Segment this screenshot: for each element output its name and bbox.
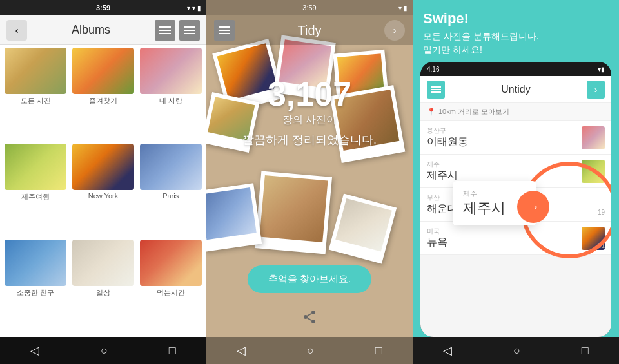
menu-line: [184, 33, 195, 34]
tidy-subtitle: 장의 사진이: [219, 113, 400, 127]
tidy-menu-button[interactable]: [214, 20, 235, 41]
status-bar-1: 3:59 ▾ ▾ ▮: [0, 0, 206, 15]
phone-filter-bar[interactable]: 📍 10km 거리로 모아보기: [420, 103, 611, 121]
album-label: 먹는시간: [157, 288, 185, 298]
album-thumbnail: [5, 144, 66, 190]
svg-point-2: [311, 320, 315, 323]
list-thumb-img: [582, 126, 605, 149]
status-icons-2: ▾ ▮: [398, 5, 408, 12]
photo-thumb: [206, 187, 257, 240]
recents-nav-icon-3[interactable]: □: [582, 344, 589, 358]
home-nav-icon-2[interactable]: ○: [307, 344, 314, 358]
wifi-icon-2: ▾: [398, 5, 402, 12]
album-item[interactable]: 일상: [70, 240, 137, 334]
albums-grid: 모든 사진 즐겨찾기 내 사랑 제주여행 New York: [0, 45, 206, 337]
wifi-icon: ▾: [187, 5, 190, 12]
share-icon[interactable]: [302, 309, 317, 329]
recents-nav-icon-2[interactable]: □: [375, 344, 382, 358]
album-item[interactable]: Paris: [137, 144, 204, 238]
menu-line: [159, 26, 171, 28]
album-thumb-image: [5, 144, 66, 190]
album-item[interactable]: 먹는시간: [137, 240, 204, 334]
arrow-right-icon: →: [526, 198, 540, 215]
panel-tidy: 3:59 ▾ ▮ Tidy ›: [206, 0, 413, 364]
swipe-arrow-button[interactable]: →: [517, 191, 549, 223]
header-icons: [155, 20, 200, 41]
album-item[interactable]: 즐겨찾기: [70, 48, 137, 142]
menu-button-1[interactable]: [155, 20, 175, 41]
tidy-header: Tidy ›: [206, 15, 413, 45]
menu-line: [431, 86, 441, 88]
tidy-content: 3,107 장의 사진이 깔끔하게 정리되었습니다.: [206, 77, 413, 148]
phone-status-bar: 4:16 ▾▮: [420, 62, 611, 76]
tidy-next-button[interactable]: ›: [384, 20, 405, 41]
home-nav-icon[interactable]: ○: [101, 344, 108, 358]
status-bar-2: 3:59 ▾ ▮: [206, 0, 413, 15]
menu-line: [431, 91, 441, 93]
menu-line: [219, 30, 230, 31]
phone-time: 4:16: [427, 66, 439, 73]
list-region: 용산구: [427, 126, 605, 135]
android-nav-3: ◁ ○ □: [413, 337, 619, 364]
android-nav-2: ◁ ○ □: [206, 337, 413, 364]
album-thumb-image: [140, 240, 202, 286]
back-button[interactable]: ‹: [6, 20, 27, 41]
album-thumb-image: [140, 48, 202, 94]
album-item[interactable]: 소중한 친구: [3, 240, 69, 334]
phone-mockup: 4:16 ▾▮ Untidy › 📍 10km 거리로 모아보기 용산구 이태원…: [420, 62, 611, 337]
photo-card: [206, 183, 262, 252]
status-icons-1: ▾ ▾ ▮: [187, 5, 201, 12]
menu-line: [159, 33, 171, 34]
album-item[interactable]: New York: [70, 144, 137, 238]
phone-app-header: Untidy ›: [420, 76, 611, 103]
back-nav-icon[interactable]: ◁: [30, 343, 39, 358]
phone-icons: ▾▮: [598, 66, 605, 73]
panel-untidy: Swipe! 모든 사진을 분류해드립니다.밑기만 하세요! 4:16 ▾▮ U…: [413, 0, 619, 364]
album-label: 소중한 친구: [17, 288, 54, 298]
menu-line: [184, 26, 195, 28]
svg-point-1: [304, 315, 308, 319]
album-thumbnail: [140, 144, 202, 190]
album-thumbnail: [72, 48, 134, 94]
photo-thumb: [260, 175, 328, 242]
android-nav-1: ◁ ○ □: [0, 337, 206, 364]
status-time-1: 3:59: [96, 4, 110, 12]
list-place: 이태원동: [427, 135, 605, 149]
album-thumb-image: [72, 144, 134, 190]
phone-next-button[interactable]: ›: [587, 81, 605, 99]
tidy-number: 3,107: [219, 77, 400, 111]
album-thumb-image: [72, 48, 134, 94]
back-nav-icon-2[interactable]: ◁: [237, 343, 246, 358]
menu-line: [219, 33, 230, 34]
album-thumbnail: [140, 240, 202, 286]
list-thumb: [582, 126, 605, 149]
album-label: 내 사랑: [159, 96, 182, 106]
tidy-memories-button[interactable]: 추억을 찾아보세요.: [248, 265, 371, 293]
photo-card: [255, 171, 332, 254]
menu-line: [159, 30, 171, 31]
album-thumbnail: [72, 240, 134, 286]
album-label: New York: [88, 192, 118, 200]
menu-button-2[interactable]: [179, 20, 200, 41]
signal-icon: ▾: [192, 5, 195, 12]
swipe-title: Swipe!: [423, 10, 609, 27]
album-item[interactable]: 제주여행: [3, 144, 69, 238]
back-nav-icon-3[interactable]: ◁: [443, 343, 452, 358]
album-thumbnail: [5, 48, 66, 94]
status-time-2: 3:59: [302, 4, 316, 12]
phone-app-title: Untidy: [445, 84, 587, 95]
album-label: Paris: [162, 192, 179, 200]
recents-nav-icon[interactable]: □: [169, 344, 176, 358]
phone-menu-button[interactable]: [427, 81, 445, 99]
overlay-content: 제주 제주시: [463, 189, 506, 218]
album-thumbnail: [72, 144, 134, 190]
album-item[interactable]: 내 사랑: [137, 48, 204, 142]
battery-icon-2: ▮: [404, 5, 408, 12]
home-nav-icon-3[interactable]: ○: [513, 344, 520, 358]
svg-line-4: [308, 314, 312, 316]
album-thumbnail: [140, 48, 202, 94]
list-item[interactable]: 용산구 이태원동: [420, 121, 611, 155]
tidy-title: Tidy: [235, 23, 384, 38]
album-label: 제주여행: [21, 192, 50, 202]
album-item[interactable]: 모든 사진: [3, 48, 69, 142]
